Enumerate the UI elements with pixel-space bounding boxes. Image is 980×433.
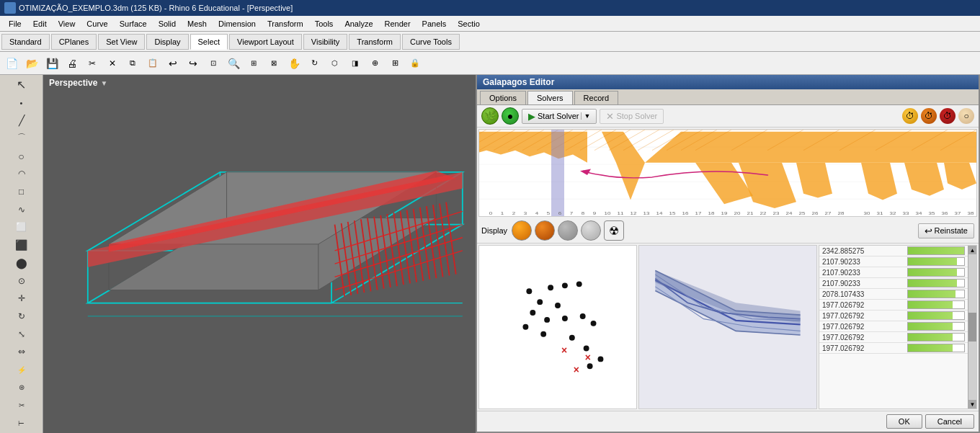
surface-tool[interactable]: ⬜ (3, 219, 40, 236)
tab-transform[interactable]: Transform (349, 34, 401, 50)
tab-visibility[interactable]: Visibility (303, 34, 348, 50)
render-preview-btn[interactable]: ◨ (344, 53, 365, 73)
rotate3d-tool[interactable]: ↻ (3, 308, 40, 325)
cancel-button[interactable]: Cancel (925, 414, 974, 429)
sphere-tool[interactable]: ⬤ (3, 254, 40, 272)
galapagos-toolbar: 🌿 ● ▶ Start Solver ▼ ✕ Stop Solver ⏱ ⏱ ⏱… (477, 105, 979, 128)
select-tool[interactable]: ↖ (3, 76, 40, 94)
svg-point-124 (576, 282, 582, 287)
cylinder-tool[interactable]: ⊙ (3, 272, 40, 290)
open-btn[interactable]: 📂 (22, 53, 42, 73)
scrollbar[interactable]: ▲ ▼ (968, 246, 976, 409)
tab-viewport-layout[interactable]: Viewport Layout (229, 34, 302, 50)
paste-btn[interactable]: 📋 (143, 53, 163, 73)
snap-btn[interactable]: ⊕ (365, 53, 385, 73)
reinstate-btn[interactable]: ↩ Reinstate (918, 223, 974, 238)
start-solver-btn[interactable]: ▶ Start Solver ▼ (522, 109, 597, 124)
stop-solver-btn[interactable]: ✕ Stop Solver (600, 109, 664, 124)
lock-btn[interactable]: 🔒 (405, 53, 425, 73)
fitness-icon[interactable]: ● (502, 107, 519, 125)
grid-btn[interactable]: ⊞ (385, 53, 405, 73)
curve-tool[interactable]: ∿ (3, 201, 40, 218)
tab-select[interactable]: Select (190, 34, 228, 50)
redo-btn[interactable]: ↪ (183, 53, 203, 73)
trim-tool[interactable]: ✂ (3, 397, 40, 414)
svg-text:12: 12 (631, 211, 637, 215)
fitness-chart[interactable]: 0 1 2 3 4 5 6 7 8 9 10 11 12 13 14 15 16 (478, 129, 977, 217)
mirror-tool[interactable]: ⇔ (3, 344, 40, 361)
point-tool[interactable]: • (3, 94, 40, 112)
scale-tool[interactable]: ⤡ (3, 326, 40, 343)
sphere-orange-bright[interactable] (512, 220, 532, 241)
svg-text:38: 38 (968, 211, 974, 215)
wire-btn[interactable]: ⬡ (324, 53, 344, 73)
copy-btn[interactable]: ⧉ (122, 53, 143, 73)
scroll-up-btn[interactable]: ▲ (968, 246, 977, 254)
explode-tool[interactable]: ⊛ (3, 379, 40, 396)
menu-solid[interactable]: Solid (153, 18, 182, 30)
cut-btn[interactable]: ✂ (82, 53, 102, 73)
tab-cplanes[interactable]: CPlanes (51, 34, 97, 50)
svg-text:2: 2 (512, 211, 516, 215)
svg-rect-120 (479, 256, 636, 398)
zoom-all-btn[interactable]: ⊠ (264, 53, 284, 73)
scroll-down-btn[interactable]: ▼ (968, 400, 977, 409)
sel-btn[interactable]: ⊡ (203, 53, 223, 73)
scroll-thumb[interactable] (968, 313, 977, 342)
menu-edit[interactable]: Edit (27, 18, 53, 30)
tab-solvers[interactable]: Solvers (527, 91, 573, 104)
box-tool[interactable]: ⬛ (3, 236, 40, 254)
tab-record[interactable]: Record (574, 91, 618, 104)
menu-surface[interactable]: Surface (114, 18, 153, 30)
undo-btn[interactable]: ↩ (163, 53, 183, 73)
timer1-icon[interactable]: ⏱ (902, 108, 918, 124)
viewport-perspective[interactable]: Perspective ▼ (43, 75, 476, 433)
menu-analyze[interactable]: Analyze (339, 18, 378, 30)
genome-icon[interactable]: 🌿 (481, 107, 499, 125)
save-btn[interactable]: 💾 (42, 53, 62, 73)
menu-curve[interactable]: Curve (81, 18, 113, 30)
menu-render[interactable]: Render (379, 18, 416, 30)
menu-transform[interactable]: Transform (262, 18, 309, 30)
tab-standard[interactable]: Standard (1, 34, 50, 50)
polyline-tool[interactable]: ⌒ (3, 130, 40, 147)
menu-sectio[interactable]: Sectio (452, 18, 486, 30)
new-btn[interactable]: 📄 (1, 53, 22, 73)
sphere-dark[interactable] (581, 220, 601, 241)
zoom-win-btn[interactable]: ⊞ (244, 53, 264, 73)
start-dropdown-icon[interactable]: ▼ (581, 112, 590, 120)
viewport-dropdown[interactable]: ▼ (100, 79, 107, 87)
timer3-icon[interactable]: ⏱ (940, 108, 956, 124)
svg-point-129 (562, 316, 568, 321)
print-btn[interactable]: 🖨 (62, 53, 82, 73)
menu-panels[interactable]: Panels (416, 18, 453, 30)
array-tool[interactable]: ⚡ (3, 361, 40, 378)
menu-mesh[interactable]: Mesh (182, 18, 213, 30)
pan-btn[interactable]: ✋ (284, 53, 304, 73)
menu-file[interactable]: File (3, 18, 27, 30)
menu-view[interactable]: View (53, 18, 81, 30)
tab-display[interactable]: Display (146, 34, 188, 50)
tab-curve-tools[interactable]: Curve Tools (402, 34, 460, 50)
circle-tool[interactable]: ○ (3, 148, 40, 165)
timer4-icon[interactable]: ○ (958, 108, 974, 124)
arc-tool[interactable]: ◠ (3, 166, 40, 183)
sphere-orange-mid[interactable] (535, 220, 555, 241)
ok-button[interactable]: OK (886, 414, 922, 429)
menu-tools[interactable]: Tools (309, 18, 339, 30)
scene-svg (43, 75, 476, 433)
tab-setview[interactable]: Set View (98, 34, 145, 50)
menu-dimension[interactable]: Dimension (213, 18, 262, 30)
tab-options[interactable]: Options (480, 91, 526, 104)
rect-tool[interactable]: □ (3, 183, 40, 200)
timer2-icon[interactable]: ⏱ (921, 108, 937, 124)
line-tool[interactable]: ╱ (3, 112, 40, 129)
sphere-gray[interactable] (558, 220, 578, 241)
extend-tool[interactable]: ⊢ (3, 414, 40, 432)
rotate-btn[interactable]: ↻ (304, 53, 324, 73)
sphere-hazard[interactable]: ☢ (604, 220, 624, 241)
delete-btn[interactable]: ✕ (102, 53, 122, 73)
zoom-btn[interactable]: 🔍 (223, 53, 244, 73)
value-row-8: 1977.026792 (819, 332, 968, 343)
move-tool[interactable]: ✛ (3, 290, 40, 307)
